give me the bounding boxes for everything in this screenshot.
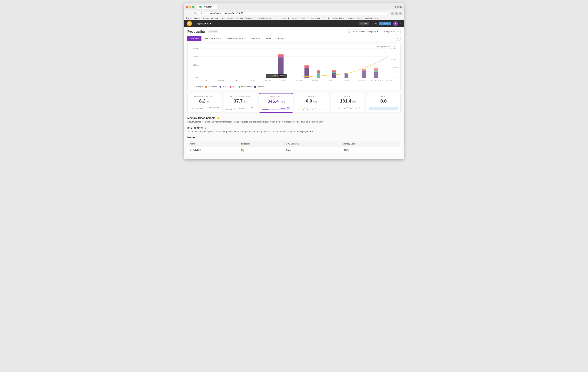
metric-card-errors[interactable]: Errors 0.0 / min [295, 93, 329, 113]
col-header-memory: Memory Usage [340, 141, 401, 147]
node-name: 3f47c6fcb9df [188, 147, 239, 153]
tab-database[interactable]: Database [248, 36, 262, 41]
svg-rect-33 [374, 71, 378, 72]
compare-chevron-icon: ▾ [398, 31, 399, 33]
svg-rect-35 [374, 68, 378, 70]
metric-card-response-mean[interactable]: Response Time - Mean 8.2 ms [187, 93, 221, 113]
tab-overview[interactable]: Overview [187, 36, 201, 41]
bookmark-selectorgadget[interactable]: SelectorGadget [221, 17, 234, 19]
tab-alerts[interactable]: Alerts [263, 36, 273, 41]
tab-title: Produciton [203, 6, 212, 8]
n1-description: Scout analyzes your application for N+1 … [187, 130, 401, 133]
applications-nav-button[interactable]: Applications ▾ [195, 21, 213, 26]
bookmark-bootstrap[interactable]: Bootstrap 3 Tips and... [236, 17, 254, 19]
memory-bloat-title: Memory Bloat Insights 💡 [187, 117, 401, 120]
errors-sparkline [297, 105, 326, 110]
chart-nav-next[interactable]: › [398, 46, 399, 48]
response-95th-sparkline [226, 105, 255, 110]
response-mean-sparkline [190, 105, 219, 110]
metric-card-throughput[interactable]: Throughput 345.4 / min [259, 93, 293, 113]
page-title: Produciton [187, 30, 206, 34]
svg-rect-23 [317, 70, 320, 71]
nodes-header-row: Name Reporting CPU Usage % Memory Usage [188, 141, 401, 147]
forward-button[interactable]: › [189, 11, 192, 15]
svg-text:2,000 pm: 2,000 pm [391, 67, 398, 69]
refresh-button[interactable]: ↻ [396, 36, 401, 41]
bookmark-scratchpad[interactable]: scratchpad.io/ [275, 17, 286, 19]
svg-rect-27 [332, 70, 336, 71]
svg-rect-21 [317, 73, 320, 78]
bookmark-pens[interactable]: Pens picked by the E... [308, 17, 326, 19]
dailydrip-button[interactable]: DailyDrip [379, 22, 391, 25]
star-icon[interactable]: ☆ [391, 12, 394, 15]
svg-text:0 ms: 0 ms [195, 77, 199, 79]
new-tab-button[interactable]: + [217, 5, 221, 9]
svg-rect-34 [374, 70, 378, 71]
slack-button[interactable]: # slack [359, 22, 369, 25]
table-row: 3f47c6fcb9df ✅ 1.5% 133 MB [188, 147, 401, 153]
metric-card-apdex[interactable]: Apdex 0.0 [367, 93, 401, 113]
bookmark-repeat[interactable]: Repeat! [357, 17, 363, 19]
minimize-button[interactable] [189, 6, 191, 8]
svg-marker-53 [262, 107, 290, 110]
app-navigation: Applications ▾ # slack Docs DailyDrip B … [184, 20, 404, 27]
svg-text:1:58 am: 1:58 am [265, 79, 271, 81]
memory-bloat-section: Memory Bloat Insights 💡 Scout watches fo… [187, 117, 401, 123]
bookmark-thinktraffic[interactable]: Think Traffic — Build... [255, 17, 273, 19]
svg-rect-25 [332, 72, 336, 73]
metric-card-response-95th[interactable]: Response Time - 95th 37.7 ms [223, 93, 257, 113]
bookmark-design[interactable]: Design lessons for e... [202, 17, 220, 19]
legend-controller: Controller [254, 86, 264, 88]
tab-settings[interactable]: Settings [274, 36, 287, 41]
errors-label: Errors [297, 96, 326, 97]
n1-section: n+1 Insights 💡 Scout analyzes your appli… [187, 126, 401, 133]
extension-icon-2[interactable]: 🔧 [399, 12, 402, 15]
chart-nav-prev[interactable]: ‹ [397, 46, 398, 48]
tab-background-jobs[interactable]: Background Jobs ▾ [224, 36, 247, 41]
bookmark-hackershelf[interactable]: The Hacker Shelf | C... [288, 17, 306, 19]
back-button[interactable]: ‹ [186, 11, 188, 15]
n1-bulb-icon: 💡 [204, 126, 207, 129]
tab-close-button[interactable]: ✕ [213, 6, 214, 8]
metric-card-memory[interactable]: Memory 131.4 MB [331, 93, 365, 113]
svg-text:2:06 am: 2:06 am [328, 79, 334, 81]
throughput-sparkline [262, 105, 290, 110]
bookmark-mostunderu[interactable]: The 10 Most Underu... [328, 17, 346, 19]
svg-rect-29 [362, 71, 366, 78]
apdex-label: Apdex [369, 96, 398, 97]
docs-link[interactable]: Docs [372, 22, 377, 25]
time-selector[interactable]: 🕐 Last 30 minutes ending now ▾ [346, 30, 380, 34]
apdex-sparkline [369, 105, 398, 110]
url-text: https://apm.scoutapp.com/apps/14198 [210, 12, 243, 14]
url-field[interactable]: 🔒 Secure https://apm.scoutapp.com/apps/1… [198, 11, 388, 15]
page-title-row: Produciton a642155 🕐 Last 30 minutes end… [187, 30, 401, 34]
col-header-cpu: CPU Usage % [284, 141, 340, 147]
bookmark-startups[interactable]: Startups [194, 17, 200, 19]
tab-web-endpoints[interactable]: Web Endpoints ▾ [202, 36, 223, 41]
memory-bloat-description: Scout watches for significant memory inc… [187, 121, 401, 123]
user-menu-chevron: ▾ [400, 23, 401, 25]
user-avatar[interactable]: B [393, 21, 398, 26]
page-header: Produciton a642155 🕐 Last 30 minutes end… [184, 27, 404, 41]
bookmark-secrets[interactable]: $ Secrets [347, 17, 355, 19]
nav-right: # slack Docs DailyDrip B ▾ [359, 21, 401, 26]
refresh-button[interactable]: ↻ [193, 11, 197, 15]
maximize-button[interactable] [192, 6, 194, 8]
bookmark-apps[interactable]: ⠿ Apps [186, 17, 192, 19]
bookmarks-bar: ⠿ Apps Startups Design lessons for e... … [184, 16, 404, 20]
svg-text:4,000 pm: 4,000 pm [391, 59, 398, 61]
close-button[interactable] [186, 6, 188, 8]
svg-rect-31 [362, 69, 366, 70]
app-logo[interactable] [187, 21, 192, 26]
extension-icon-1[interactable]: ⚙ [395, 12, 398, 15]
browser-user: Bradley [395, 6, 402, 8]
active-browser-tab[interactable]: Produciton ✕ [197, 5, 217, 9]
svg-text:0 pm: 0 pm [391, 77, 395, 79]
svg-text:2:04 am: 2:04 am [312, 79, 318, 81]
bookmark-other[interactable]: » Other Bookmarks [365, 17, 380, 19]
controller-legend-dot [254, 86, 256, 88]
time-chevron-icon: ▾ [377, 31, 378, 33]
col-header-name: Name [188, 141, 239, 147]
svg-rect-17 [278, 54, 284, 55]
compare-selector[interactable]: Compare To... ▾ [382, 30, 401, 34]
